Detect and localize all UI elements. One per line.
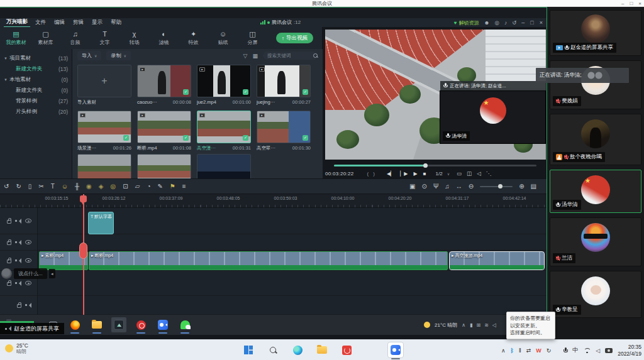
tab-audio[interactable]: ♫音频 bbox=[60, 31, 90, 46]
media-thumbnail[interactable] bbox=[197, 154, 251, 178]
track-manage-icon[interactable]: ▤ bbox=[531, 179, 536, 194]
adjust-icon[interactable]: ≡ bbox=[182, 179, 186, 194]
media-item[interactable]: ▸✓jue2.mp400:01:00 bbox=[197, 65, 251, 106]
maximize-button[interactable]: □ bbox=[630, 0, 633, 7]
preview-seekbar[interactable] bbox=[334, 165, 536, 166]
bluetooth-icon[interactable]: ᛒ bbox=[511, 347, 514, 354]
edit-pen-icon[interactable]: ✎ bbox=[157, 179, 162, 194]
preview-video[interactable]: 正在讲话: 汤华清; 赵金道... 汤华清 bbox=[325, 30, 546, 160]
close-button[interactable]: × bbox=[638, 0, 641, 7]
crop-icon[interactable]: ▱ bbox=[135, 179, 140, 194]
zoom-out-icon[interactable]: ⊖ bbox=[469, 179, 474, 194]
clock[interactable]: 20:35 2022/4/19 bbox=[618, 344, 641, 357]
next-frame-button[interactable]: ▏▶ bbox=[400, 171, 408, 177]
chroma-key-icon[interactable]: ⊡ bbox=[123, 179, 128, 194]
volume-icon[interactable]: ◁ bbox=[596, 347, 600, 354]
audio-mixer-icon[interactable]: ╫ bbox=[75, 179, 79, 194]
search-input[interactable] bbox=[263, 52, 318, 60]
delete-icon[interactable]: ▯ bbox=[28, 179, 32, 194]
collapse-icon[interactable]: ◂ bbox=[49, 269, 55, 278]
timeline-clip[interactable]: ▸ 高空漫游.mp4 bbox=[449, 251, 545, 270]
folder-item[interactable]: ▼本地素材(0) bbox=[0, 74, 72, 85]
lock-icon[interactable] bbox=[7, 259, 11, 263]
participant-tile[interactable]: 汤华清 bbox=[550, 170, 641, 213]
voiceover-icon[interactable]: Ψ bbox=[433, 179, 438, 194]
battery-icon[interactable]: ▮ bbox=[470, 322, 472, 328]
taskbar-app-edge[interactable] bbox=[289, 342, 306, 358]
speaker-icon[interactable] bbox=[25, 303, 31, 308]
taskbar-app-start[interactable] bbox=[240, 342, 257, 358]
track-lane[interactable] bbox=[38, 208, 547, 234]
sticker-icon[interactable]: ☺ bbox=[62, 179, 68, 194]
volume-icon[interactable]: ◁ bbox=[477, 170, 481, 177]
editor-minimize-button[interactable]: – bbox=[521, 19, 525, 26]
floating-video-tile[interactable]: 汤华清 bbox=[440, 90, 546, 144]
slider-handle[interactable] bbox=[498, 184, 502, 188]
playhead-pin[interactable] bbox=[80, 195, 87, 202]
media-thumbnail[interactable] bbox=[77, 154, 131, 178]
taskbar-app-meeting[interactable] bbox=[387, 342, 404, 358]
media-item[interactable]: ▸✓场景漫···00:01:26 bbox=[77, 111, 131, 151]
sync-icon[interactable]: ↺ bbox=[512, 19, 516, 26]
mark-out-icon[interactable]: ) bbox=[373, 171, 375, 177]
track-lane[interactable] bbox=[38, 296, 547, 315]
lock-icon[interactable] bbox=[7, 241, 11, 245]
menu-item[interactable]: 编辑 bbox=[54, 19, 65, 26]
mic-icon[interactable] bbox=[564, 347, 567, 354]
media-item[interactable]: ▸✓断桥.mp400:01:08 bbox=[137, 111, 191, 151]
split-icon[interactable]: ✂ bbox=[38, 179, 43, 194]
shared-taskbar-app-wechat[interactable] bbox=[177, 317, 192, 332]
media-item[interactable]: ▸✓高空漫···00:01:31 bbox=[197, 111, 251, 151]
lock-icon[interactable] bbox=[7, 282, 11, 286]
app-logo[interactable]: 万兴喵影 bbox=[4, 18, 30, 28]
tab-sticker[interactable]: ☺贴纸 bbox=[208, 31, 238, 46]
track-lane[interactable] bbox=[38, 234, 547, 251]
track-lane[interactable] bbox=[38, 271, 547, 296]
eye-icon[interactable] bbox=[25, 258, 31, 263]
shared-taskbar-app-firefox[interactable] bbox=[67, 317, 82, 332]
shared-taskbar-app-honeyview[interactable] bbox=[133, 317, 148, 332]
lock-icon[interactable] bbox=[17, 304, 21, 308]
tab-transition[interactable]: χ转场 bbox=[119, 31, 149, 46]
mark-in-icon[interactable]: ( bbox=[367, 171, 369, 177]
taskbar-app-netease[interactable] bbox=[338, 342, 355, 358]
wifi-icon[interactable] bbox=[583, 347, 591, 353]
sync-icon[interactable]: ↻ bbox=[547, 347, 552, 354]
speaker-icon[interactable] bbox=[15, 258, 21, 263]
prev-frame-button[interactable]: ◀▏ bbox=[387, 171, 394, 177]
ime-indicator[interactable]: 中 bbox=[572, 346, 578, 354]
shared-taskbar-app-filmora[interactable] bbox=[111, 317, 126, 332]
tab-split-screen[interactable]: ◫分屏 bbox=[238, 31, 267, 46]
help-icon[interactable]: ◎ bbox=[494, 19, 499, 26]
mixer-icon[interactable]: ⇄ bbox=[526, 347, 531, 354]
eye-icon[interactable] bbox=[25, 219, 31, 223]
timeline-clip[interactable]: ▸ 断桥.mp4 bbox=[89, 251, 448, 270]
panel-icon[interactable]: ⊞ bbox=[476, 322, 480, 328]
playhead-grip[interactable] bbox=[79, 243, 87, 259]
menu-item[interactable]: 文件 bbox=[35, 19, 46, 26]
tab-effects[interactable]: ✦特效 bbox=[179, 31, 208, 46]
motion-track-icon[interactable]: ◈ bbox=[99, 179, 104, 194]
caret-down-icon[interactable]: ∨ bbox=[447, 172, 450, 176]
play-button[interactable]: ▶ bbox=[414, 171, 418, 177]
undo-icon[interactable]: ↺ bbox=[4, 179, 9, 194]
user-icon[interactable]: ☻ bbox=[484, 19, 490, 26]
snapshot-icon[interactable]: ◫ bbox=[467, 170, 472, 177]
marker-icon[interactable]: ⚑ bbox=[170, 179, 175, 194]
network-icon[interactable]: ≋ bbox=[484, 322, 489, 328]
grid-view-icon[interactable]: ▦ bbox=[252, 53, 258, 59]
tab-filter[interactable]: ◐滤镜 bbox=[149, 31, 179, 46]
chevron-up-icon[interactable]: ∧ bbox=[462, 322, 465, 328]
filter-icon[interactable]: ▽ bbox=[243, 53, 248, 59]
lock-icon[interactable] bbox=[7, 220, 11, 224]
participant-tile[interactable]: 辛教呈 bbox=[550, 271, 641, 318]
unlock-resources-button[interactable]: ♥ 解锁资源 bbox=[454, 19, 479, 26]
minimize-button[interactable]: – bbox=[621, 0, 624, 7]
record-button[interactable]: 录制 ∨ bbox=[106, 51, 130, 60]
text-edit-icon[interactable]: T bbox=[51, 179, 55, 194]
update-toast[interactable]: 你的设备需要重启 以安装更新。 选择重启时间。 bbox=[506, 312, 555, 339]
eye-icon[interactable] bbox=[25, 240, 31, 244]
preview-zoom-level[interactable]: 1/2 bbox=[436, 171, 443, 177]
chevron-up-icon[interactable]: ∧ bbox=[501, 347, 506, 354]
taskbar-app-search[interactable] bbox=[265, 342, 281, 358]
